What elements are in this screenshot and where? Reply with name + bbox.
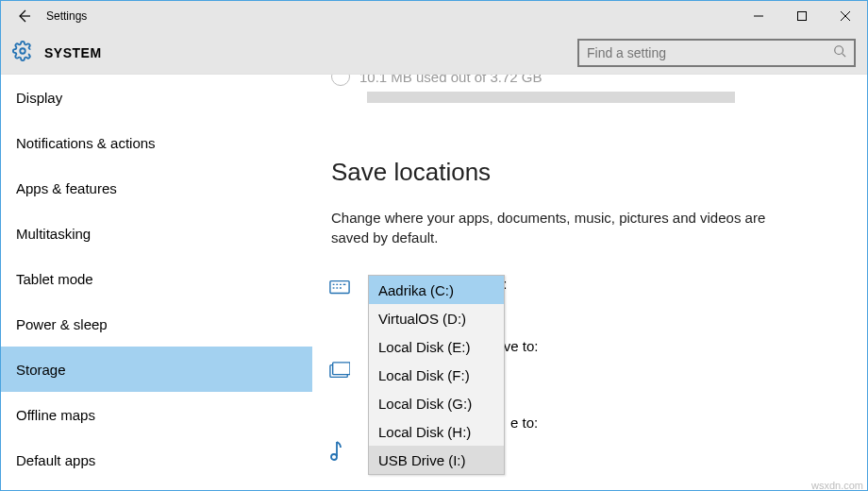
sidebar-item-label: Tablet mode [16, 271, 93, 287]
watermark: wsxdn.com [811, 480, 863, 491]
sidebar: Display Notifications & actions Apps & f… [1, 75, 312, 491]
sidebar-item-label: Multitasking [16, 226, 91, 242]
svg-point-4 [20, 48, 25, 54]
sidebar-item-label: Storage [16, 362, 66, 378]
storage-usage-bar [367, 92, 735, 103]
page-description: Change where your apps, documents, music… [331, 208, 784, 247]
maximize-icon [797, 11, 807, 21]
title-bar: Settings [1, 1, 867, 31]
sidebar-item-apps-features[interactable]: Apps & features [1, 165, 312, 211]
sidebar-item-display[interactable]: Display [1, 75, 312, 120]
search-icon [833, 44, 846, 61]
dropdown-option[interactable]: Local Disk (G:) [369, 389, 504, 417]
svg-rect-16 [333, 363, 350, 375]
dropdown-option[interactable]: USB Drive (I:) [369, 446, 504, 474]
svg-point-5 [835, 45, 843, 54]
music-icon [329, 440, 346, 466]
sidebar-item-default-apps[interactable]: Default apps [1, 437, 312, 483]
sidebar-item-label: Power & sleep [16, 316, 108, 332]
sidebar-item-storage[interactable]: Storage [1, 347, 312, 392]
svg-point-17 [331, 454, 337, 460]
svg-line-6 [843, 53, 846, 57]
search-box[interactable] [577, 39, 856, 67]
dropdown-option[interactable]: VirtualOS (D:) [369, 304, 504, 332]
minimize-icon [754, 11, 763, 21]
close-icon [841, 11, 850, 21]
dropdown-option[interactable]: Local Disk (F:) [369, 361, 504, 389]
sidebar-item-notifications[interactable]: Notifications & actions [1, 120, 312, 165]
sidebar-item-label: Notifications & actions [16, 135, 156, 151]
disk-icon [331, 75, 350, 86]
sidebar-item-offline-maps[interactable]: Offline maps [1, 392, 312, 437]
svg-rect-1 [798, 12, 807, 21]
back-button[interactable] [8, 1, 39, 31]
settings-header: SYSTEM [1, 31, 867, 75]
sidebar-item-label: Display [16, 90, 62, 106]
sidebar-item-label: Apps & features [16, 180, 117, 196]
apps-icon [329, 279, 350, 300]
close-button[interactable] [824, 1, 867, 31]
sidebar-item-power-sleep[interactable]: Power & sleep [1, 301, 312, 347]
section-title: SYSTEM [44, 45, 102, 60]
svg-rect-7 [330, 281, 349, 294]
sidebar-item-tablet-mode[interactable]: Tablet mode [1, 256, 312, 301]
music-save-label-partial: e to: [510, 415, 538, 431]
dropdown-option[interactable]: Aadrika (C:) [369, 276, 504, 304]
sidebar-item-label: Offline maps [16, 407, 95, 423]
sidebar-item-label: Default apps [16, 452, 95, 468]
dropdown-option[interactable]: Local Disk (E:) [369, 332, 504, 361]
arrow-left-icon [16, 8, 31, 24]
window-title: Settings [46, 9, 87, 23]
sidebar-item-multitasking[interactable]: Multitasking [1, 211, 312, 256]
dropdown-option[interactable]: Local Disk (H:) [369, 417, 504, 446]
search-input[interactable] [587, 45, 833, 60]
maximize-button[interactable] [780, 1, 824, 31]
minimize-button[interactable] [737, 1, 780, 31]
documents-icon [329, 362, 350, 384]
storage-usage-text: 10.1 MB used out of 3.72 GB [331, 75, 848, 88]
page-heading: Save locations [331, 158, 848, 187]
save-location-dropdown-open[interactable]: Aadrika (C:) VirtualOS (D:) Local Disk (… [368, 275, 505, 475]
gear-icon [12, 41, 33, 65]
